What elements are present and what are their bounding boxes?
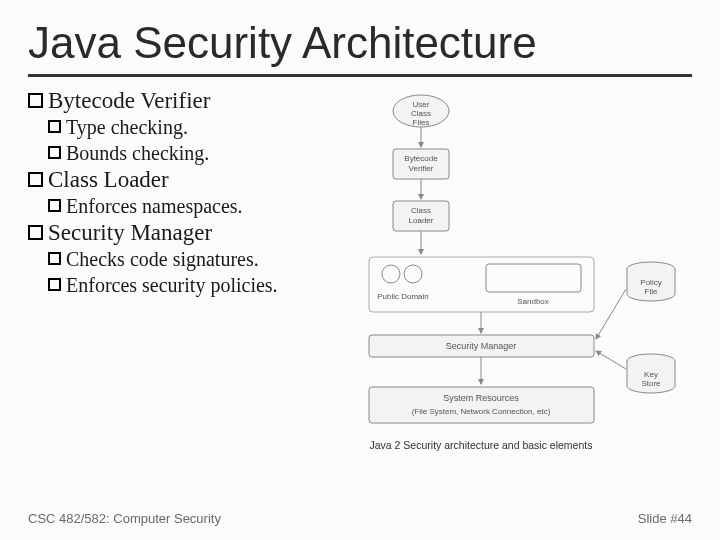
section-heading-bytecode-verifier: Bytecode Verifier: [28, 88, 338, 114]
node-label: Security Manager: [446, 341, 517, 351]
sub-item: Bounds checking.: [48, 141, 338, 166]
sub-label: Enforces namespaces.: [66, 194, 243, 219]
content-row: Bytecode Verifier Type checking. Bounds …: [28, 87, 692, 473]
node-sublabel: (File System, Network Connection, etc): [412, 407, 551, 416]
page-title: Java Security Architecture: [28, 18, 692, 77]
heading-label: Bytecode Verifier: [48, 88, 210, 114]
key-store-node: KeyStore: [627, 354, 675, 393]
node-label: ClassLoader: [409, 206, 434, 225]
square-bullet-icon: [28, 93, 43, 108]
sub-label: Type checking.: [66, 115, 188, 140]
diagram-column: UserClassFiles BytecodeVerifier ClassLoa…: [350, 87, 692, 473]
sub-label: Bounds checking.: [66, 141, 209, 166]
footer: CSC 482/582: Computer Security Slide #44: [28, 511, 692, 526]
footer-left: CSC 482/582: Computer Security: [28, 511, 221, 526]
sub-label: Enforces security policies.: [66, 273, 278, 298]
square-bullet-icon: [28, 172, 43, 187]
svg-line-6: [596, 289, 626, 339]
footer-right: Slide #44: [638, 511, 692, 526]
slide: Java Security Architecture Bytecode Veri…: [0, 0, 720, 540]
heading-label: Class Loader: [48, 167, 169, 193]
node-label: BytecodeVerifier: [404, 154, 438, 173]
square-bullet-icon: [48, 120, 61, 133]
square-bullet-icon: [48, 278, 61, 291]
diagram-caption: Java 2 Security architecture and basic e…: [370, 439, 593, 451]
sub-item: Enforces namespaces.: [48, 194, 338, 219]
sub-item: Checks code signatures.: [48, 247, 338, 272]
sub-item: Enforces security policies.: [48, 273, 338, 298]
node-label: System Resources: [443, 393, 519, 403]
policy-file-node: PolicyFile: [627, 262, 675, 301]
node-label: Sandbox: [517, 297, 549, 306]
text-column: Bytecode Verifier Type checking. Bounds …: [28, 87, 338, 473]
sub-item: Type checking.: [48, 115, 338, 140]
sandbox-node: [486, 264, 581, 292]
domain-container: [369, 257, 594, 312]
sub-label: Checks code signatures.: [66, 247, 259, 272]
square-bullet-icon: [48, 146, 61, 159]
node-label: UserClassFiles: [411, 100, 431, 127]
public-domain-circle-icon: [382, 265, 400, 283]
section-heading-class-loader: Class Loader: [28, 167, 338, 193]
square-bullet-icon: [48, 199, 61, 212]
heading-label: Security Manager: [48, 220, 212, 246]
square-bullet-icon: [28, 225, 43, 240]
architecture-diagram: UserClassFiles BytecodeVerifier ClassLoa…: [350, 89, 692, 469]
node-label: Public Domain: [377, 292, 429, 301]
square-bullet-icon: [48, 252, 61, 265]
section-heading-security-manager: Security Manager: [28, 220, 338, 246]
public-domain-circle-icon: [404, 265, 422, 283]
svg-line-8: [596, 351, 626, 369]
